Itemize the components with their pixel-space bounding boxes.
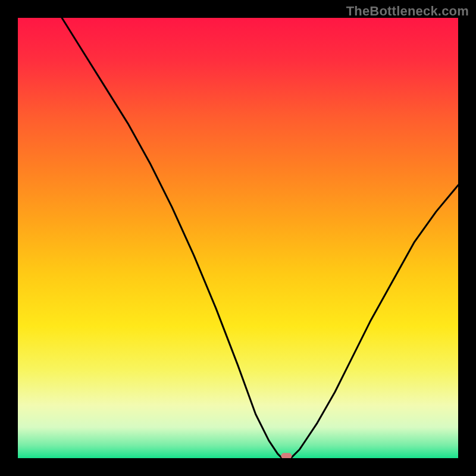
optimum-marker <box>281 453 292 458</box>
chart-container: TheBottleneck.com <box>0 0 476 476</box>
chart-svg <box>18 18 458 458</box>
plot-area <box>18 18 458 458</box>
gradient-background <box>18 18 458 458</box>
watermark-label: TheBottleneck.com <box>346 4 469 19</box>
